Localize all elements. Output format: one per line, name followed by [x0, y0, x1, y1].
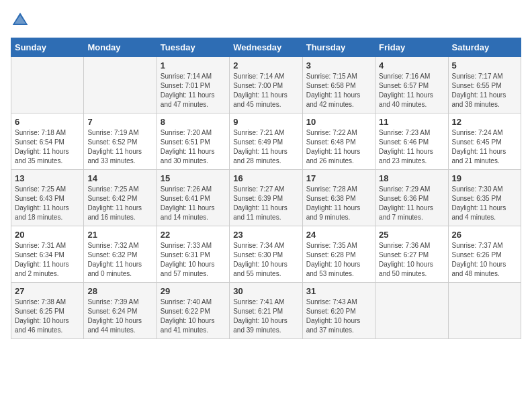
day-number: 20	[15, 230, 80, 240]
calendar-table: SundayMondayTuesdayWednesdayThursdayFrid…	[11, 38, 521, 339]
logo	[11, 11, 32, 30]
day-info: Sunrise: 7:15 AM Sunset: 6:58 PM Dayligh…	[306, 72, 371, 109]
calendar-cell: 31Sunrise: 7:43 AM Sunset: 6:20 PM Dayli…	[302, 283, 375, 339]
day-header-saturday: Saturday	[448, 38, 521, 57]
day-info: Sunrise: 7:14 AM Sunset: 7:00 PM Dayligh…	[233, 72, 298, 109]
day-number: 9	[233, 117, 298, 127]
day-info: Sunrise: 7:35 AM Sunset: 6:28 PM Dayligh…	[306, 241, 371, 279]
calendar-cell: 13Sunrise: 7:25 AM Sunset: 6:43 PM Dayli…	[11, 170, 84, 226]
calendar-cell: 16Sunrise: 7:27 AM Sunset: 6:39 PM Dayli…	[230, 170, 302, 226]
day-number: 31	[306, 286, 371, 296]
calendar-cell: 5Sunrise: 7:17 AM Sunset: 6:55 PM Daylig…	[448, 57, 521, 113]
day-info: Sunrise: 7:38 AM Sunset: 6:25 PM Dayligh…	[15, 298, 80, 335]
day-number: 12	[452, 117, 517, 127]
day-number: 28	[87, 286, 152, 296]
day-number: 26	[452, 230, 517, 240]
day-info: Sunrise: 7:33 AM Sunset: 6:31 PM Dayligh…	[161, 241, 226, 279]
day-info: Sunrise: 7:40 AM Sunset: 6:22 PM Dayligh…	[161, 298, 226, 335]
day-info: Sunrise: 7:32 AM Sunset: 6:32 PM Dayligh…	[87, 241, 152, 279]
day-number: 1	[161, 60, 226, 71]
calendar-cell: 10Sunrise: 7:22 AM Sunset: 6:48 PM Dayli…	[302, 113, 375, 170]
day-header-monday: Monday	[84, 38, 157, 57]
calendar-cell: 22Sunrise: 7:33 AM Sunset: 6:31 PM Dayli…	[157, 226, 229, 283]
day-info: Sunrise: 7:28 AM Sunset: 6:38 PM Dayligh…	[306, 185, 371, 222]
week-row-2: 6Sunrise: 7:18 AM Sunset: 6:54 PM Daylig…	[11, 113, 521, 170]
calendar-cell: 23Sunrise: 7:34 AM Sunset: 6:30 PM Dayli…	[230, 226, 302, 283]
calendar-cell: 7Sunrise: 7:19 AM Sunset: 6:52 PM Daylig…	[84, 113, 157, 170]
calendar-cell: 18Sunrise: 7:29 AM Sunset: 6:36 PM Dayli…	[375, 170, 448, 226]
week-row-5: 27Sunrise: 7:38 AM Sunset: 6:25 PM Dayli…	[11, 283, 521, 339]
calendar-cell	[448, 283, 521, 339]
day-number: 10	[306, 117, 371, 127]
calendar-header-row: SundayMondayTuesdayWednesdayThursdayFrid…	[11, 38, 521, 57]
logo-icon	[11, 11, 30, 30]
day-number: 29	[161, 286, 226, 296]
day-number: 27	[15, 286, 80, 296]
day-info: Sunrise: 7:41 AM Sunset: 6:21 PM Dayligh…	[233, 298, 298, 335]
calendar-cell: 4Sunrise: 7:16 AM Sunset: 6:57 PM Daylig…	[375, 57, 448, 113]
calendar-cell: 12Sunrise: 7:24 AM Sunset: 6:45 PM Dayli…	[448, 113, 521, 170]
day-info: Sunrise: 7:17 AM Sunset: 6:55 PM Dayligh…	[452, 72, 517, 109]
day-header-thursday: Thursday	[302, 38, 375, 57]
day-info: Sunrise: 7:29 AM Sunset: 6:36 PM Dayligh…	[379, 185, 444, 222]
day-number: 18	[379, 173, 444, 183]
day-info: Sunrise: 7:22 AM Sunset: 6:48 PM Dayligh…	[306, 128, 371, 166]
calendar-cell: 8Sunrise: 7:20 AM Sunset: 6:51 PM Daylig…	[157, 113, 229, 170]
day-number: 21	[87, 230, 152, 240]
day-number: 30	[233, 286, 298, 296]
day-number: 17	[306, 173, 371, 183]
day-info: Sunrise: 7:43 AM Sunset: 6:20 PM Dayligh…	[306, 298, 371, 335]
day-info: Sunrise: 7:20 AM Sunset: 6:51 PM Dayligh…	[161, 128, 226, 166]
calendar-cell: 20Sunrise: 7:31 AM Sunset: 6:34 PM Dayli…	[11, 226, 84, 283]
calendar-cell: 6Sunrise: 7:18 AM Sunset: 6:54 PM Daylig…	[11, 113, 84, 170]
calendar-cell: 28Sunrise: 7:39 AM Sunset: 6:24 PM Dayli…	[84, 283, 157, 339]
calendar-cell: 21Sunrise: 7:32 AM Sunset: 6:32 PM Dayli…	[84, 226, 157, 283]
calendar-cell	[84, 57, 157, 113]
day-number: 7	[87, 117, 152, 127]
day-info: Sunrise: 7:36 AM Sunset: 6:27 PM Dayligh…	[379, 241, 444, 279]
day-number: 23	[233, 230, 298, 240]
calendar-cell: 14Sunrise: 7:25 AM Sunset: 6:42 PM Dayli…	[84, 170, 157, 226]
day-info: Sunrise: 7:14 AM Sunset: 7:01 PM Dayligh…	[161, 72, 226, 109]
day-info: Sunrise: 7:25 AM Sunset: 6:43 PM Dayligh…	[15, 185, 80, 222]
week-row-4: 20Sunrise: 7:31 AM Sunset: 6:34 PM Dayli…	[11, 226, 521, 283]
calendar-cell: 26Sunrise: 7:37 AM Sunset: 6:26 PM Dayli…	[448, 226, 521, 283]
calendar-cell: 17Sunrise: 7:28 AM Sunset: 6:38 PM Dayli…	[302, 170, 375, 226]
calendar-cell: 9Sunrise: 7:21 AM Sunset: 6:49 PM Daylig…	[230, 113, 302, 170]
day-info: Sunrise: 7:25 AM Sunset: 6:42 PM Dayligh…	[87, 185, 152, 222]
calendar-cell: 30Sunrise: 7:41 AM Sunset: 6:21 PM Dayli…	[230, 283, 302, 339]
day-number: 5	[452, 60, 517, 71]
day-number: 16	[233, 173, 298, 183]
day-info: Sunrise: 7:26 AM Sunset: 6:41 PM Dayligh…	[161, 185, 226, 222]
day-header-wednesday: Wednesday	[230, 38, 302, 57]
day-number: 25	[379, 230, 444, 240]
calendar-cell: 11Sunrise: 7:23 AM Sunset: 6:46 PM Dayli…	[375, 113, 448, 170]
day-number: 8	[161, 117, 226, 127]
day-header-friday: Friday	[375, 38, 448, 57]
calendar-cell: 15Sunrise: 7:26 AM Sunset: 6:41 PM Dayli…	[157, 170, 229, 226]
day-info: Sunrise: 7:18 AM Sunset: 6:54 PM Dayligh…	[15, 128, 80, 166]
calendar-cell: 3Sunrise: 7:15 AM Sunset: 6:58 PM Daylig…	[302, 57, 375, 113]
day-number: 3	[306, 60, 371, 71]
calendar-cell: 29Sunrise: 7:40 AM Sunset: 6:22 PM Dayli…	[157, 283, 229, 339]
calendar-cell: 25Sunrise: 7:36 AM Sunset: 6:27 PM Dayli…	[375, 226, 448, 283]
day-info: Sunrise: 7:27 AM Sunset: 6:39 PM Dayligh…	[233, 185, 298, 222]
day-number: 19	[452, 173, 517, 183]
page-header	[11, 11, 521, 30]
day-number: 2	[233, 60, 298, 71]
week-row-1: 1Sunrise: 7:14 AM Sunset: 7:01 PM Daylig…	[11, 57, 521, 113]
day-info: Sunrise: 7:37 AM Sunset: 6:26 PM Dayligh…	[452, 241, 517, 279]
day-number: 22	[161, 230, 226, 240]
day-header-tuesday: Tuesday	[157, 38, 229, 57]
calendar-cell: 1Sunrise: 7:14 AM Sunset: 7:01 PM Daylig…	[157, 57, 229, 113]
calendar-cell: 24Sunrise: 7:35 AM Sunset: 6:28 PM Dayli…	[302, 226, 375, 283]
day-info: Sunrise: 7:16 AM Sunset: 6:57 PM Dayligh…	[379, 72, 444, 109]
calendar-cell	[375, 283, 448, 339]
day-number: 6	[15, 117, 80, 127]
day-info: Sunrise: 7:24 AM Sunset: 6:45 PM Dayligh…	[452, 128, 517, 166]
day-number: 15	[161, 173, 226, 183]
day-info: Sunrise: 7:34 AM Sunset: 6:30 PM Dayligh…	[233, 241, 298, 279]
week-row-3: 13Sunrise: 7:25 AM Sunset: 6:43 PM Dayli…	[11, 170, 521, 226]
day-number: 24	[306, 230, 371, 240]
day-number: 4	[379, 60, 444, 71]
